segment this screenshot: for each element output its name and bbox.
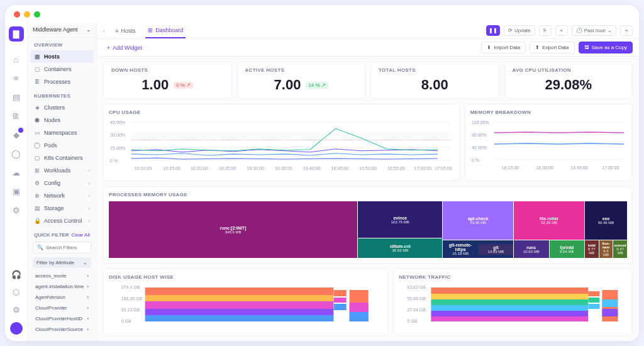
headset-icon[interactable]: 🎧 xyxy=(11,269,21,279)
sidebar-item-k8s-containers[interactable]: ▢K8s Containers xyxy=(28,152,96,164)
nav-rail: ▇ ⌂ ≡ ▤ 🗎 ◆ ◯ ☁ ▣ ⚙ 🎧 ⬡ ⚙ xyxy=(5,23,28,341)
svg-text:16:30:00: 16:30:00 xyxy=(536,165,553,170)
svg-text:16:15:00: 16:15:00 xyxy=(502,165,519,170)
svg-rect-41 xyxy=(145,315,334,321)
sidebar-item-pods[interactable]: ◯Pods xyxy=(28,139,96,152)
filter-cloud-provider-host-id[interactable]: CloudProviderHostID› xyxy=(28,313,96,324)
file-icon[interactable]: 🗎 xyxy=(11,111,21,121)
quick-filter-title: QUICK FILTER xyxy=(34,232,69,238)
sidebar-item-namespaces[interactable]: ▭Namespaces xyxy=(28,126,96,139)
chevron-down-icon: ⌄ xyxy=(86,26,91,33)
treemap-cell[interactable]: runc:[2:INIT]345.9 MB xyxy=(109,201,357,258)
export-data-button[interactable]: ⬆Export Data xyxy=(530,42,574,53)
avatar[interactable] xyxy=(10,322,23,335)
treemap-cell[interactable]: exe50.46 MB xyxy=(585,201,627,240)
package-icon[interactable]: ⬡ xyxy=(11,287,21,297)
minimize-icon[interactable] xyxy=(24,11,30,18)
chevron-right-icon: › xyxy=(87,326,89,332)
sidebar-item-network[interactable]: ⊕Network› xyxy=(28,189,96,202)
chevron-right-icon: › xyxy=(88,218,90,224)
processes-memory-panel: PROCESSES MEMORY USAGE runc:[2:INIT]345.… xyxy=(103,186,633,264)
agent-selector[interactable]: Middleware Agent ⌄ xyxy=(28,23,96,37)
svg-rect-48 xyxy=(350,312,369,321)
save-as-copy-button[interactable]: 🖫Save as a Copy xyxy=(579,42,633,53)
storage-icon: ▤ xyxy=(34,205,40,211)
svg-text:0 %: 0 % xyxy=(110,159,118,164)
chevron-right-icon: › xyxy=(88,193,90,199)
bars-icon[interactable]: ≡ xyxy=(11,73,21,83)
copy-button[interactable]: ⎘ xyxy=(539,25,552,36)
cube-icon[interactable]: ▣ xyxy=(11,186,21,196)
treemap-cell[interactable]: file-roller52.35 MB xyxy=(514,201,584,240)
download-icon: ⬇ xyxy=(487,45,491,50)
sidebar-item-workloads[interactable]: ⊞Workloads› xyxy=(28,164,96,177)
chevron-right-icon: › xyxy=(87,305,89,311)
search-icon: 🔍 xyxy=(37,245,43,250)
filter-search[interactable]: 🔍 xyxy=(33,242,91,254)
database-icon[interactable]: ◯ xyxy=(11,148,21,159)
list-icon: ≡ xyxy=(115,28,118,34)
treemap-cell[interactable]: cilium-cni35.92 MB xyxy=(358,238,442,258)
maximize-icon[interactable] xyxy=(34,11,40,18)
layers-icon[interactable]: ▤ xyxy=(11,92,21,102)
treemap-cell[interactable]: git-remote-https15.18 MB xyxy=(443,242,477,257)
sidebar-item-storage[interactable]: ▤Storage› xyxy=(28,202,96,215)
svg-rect-39 xyxy=(145,301,334,309)
pause-button[interactable]: ❚❚ xyxy=(486,25,500,36)
treemap-cell[interactable]: runc10.65 MB xyxy=(514,240,548,258)
next-button[interactable]: » xyxy=(620,25,633,36)
time-range-selector[interactable]: 🕐Past hour⌄ xyxy=(572,25,616,36)
svg-text:40.00%: 40.00% xyxy=(472,145,487,150)
filter-cloud-provider-source[interactable]: CloudProviderSource› xyxy=(28,324,96,335)
namespace-icon: ▭ xyxy=(34,130,40,136)
filter-search-input[interactable] xyxy=(46,245,97,250)
treemap: runc:[2:INIT]345.9 MB evince102.75 MB ci… xyxy=(109,201,627,258)
tab-dashboard[interactable]: ⊞Dashboard xyxy=(145,23,186,38)
close-icon[interactable] xyxy=(14,11,20,18)
treemap-cell[interactable]: boltd8.77 MB xyxy=(585,240,599,258)
svg-text:17:05:00: 17:05:00 xyxy=(435,166,452,171)
svg-text:93.13 GB: 93.13 GB xyxy=(121,308,140,312)
svg-text:16:45:00: 16:45:00 xyxy=(570,165,587,170)
filter-agent-install-time[interactable]: agent.installation.time› xyxy=(28,281,96,292)
logo-icon[interactable]: ▇ xyxy=(9,26,24,42)
import-data-button[interactable]: ⬇Import Data xyxy=(481,42,526,53)
settings-icon[interactable]: ⚙ xyxy=(11,304,21,315)
clear-all-link[interactable]: Clear All xyxy=(71,232,90,238)
window-controls[interactable] xyxy=(14,11,40,18)
kpi-active-hosts: ACTIVE HOSTS 7.0014 % ↗ xyxy=(237,62,366,99)
treemap-cell[interactable]: ibus-mem6.3 MB xyxy=(599,240,613,258)
filter-agent-version[interactable]: AgentVersion› xyxy=(28,292,96,303)
treemap-cell[interactable]: fprintd9.04 MB xyxy=(550,240,584,258)
sidebar-item-nodes[interactable]: ⬢Nodes xyxy=(28,114,96,126)
tab-hosts[interactable]: ≡Hosts xyxy=(113,24,138,38)
filter-access-mode[interactable]: access_mode› xyxy=(28,271,96,281)
gear-icon[interactable]: ⚙ xyxy=(11,205,21,215)
chevron-down-icon: ⌄ xyxy=(608,28,612,33)
filter-by-attribute[interactable]: Filter by Attribute ⌄ xyxy=(33,257,91,268)
sidebar-item-hosts[interactable]: ▦Hosts xyxy=(30,50,94,63)
treemap-cell[interactable]: apt-check53.48 MB xyxy=(443,201,513,240)
filter-cloud-provider[interactable]: CloudProvider› xyxy=(28,303,96,313)
sidebar-item-access-control[interactable]: 🔒Access Control› xyxy=(28,215,96,227)
update-button[interactable]: ⟳Update xyxy=(504,25,535,36)
treemap-cell[interactable]: evinced5.47 MB xyxy=(613,240,627,258)
sidebar-item-containers[interactable]: ▢Containers xyxy=(28,63,96,75)
prev-button[interactable]: « xyxy=(555,25,568,36)
sidebar-item-processes[interactable]: ≣Processes xyxy=(28,75,96,88)
config-icon: ⚙ xyxy=(34,180,40,186)
collapse-sidebar-icon[interactable]: ‹ xyxy=(103,28,105,34)
svg-text:17:00:00: 17:00:00 xyxy=(602,165,619,170)
chevron-right-icon: › xyxy=(88,168,90,174)
add-widget-button[interactable]: +Add Widget xyxy=(103,43,146,53)
treemap-cell[interactable]: evince102.75 MB xyxy=(358,201,442,238)
alert-icon[interactable]: ◆ xyxy=(11,130,21,140)
sidebar-item-config[interactable]: ⚙Config› xyxy=(28,177,96,189)
cpu-chart: 45.00% 30.00% 15.00% 0 % 16:10:0016:15:0… xyxy=(109,119,454,173)
cloud-icon[interactable]: ☁ xyxy=(11,167,21,177)
sidebar-item-clusters[interactable]: ◈Clusters xyxy=(28,101,96,114)
svg-rect-45 xyxy=(334,304,347,310)
svg-rect-57 xyxy=(431,311,589,316)
treemap-cell[interactable]: git14.83 MB xyxy=(479,244,513,255)
home-icon[interactable]: ⌂ xyxy=(11,54,21,64)
